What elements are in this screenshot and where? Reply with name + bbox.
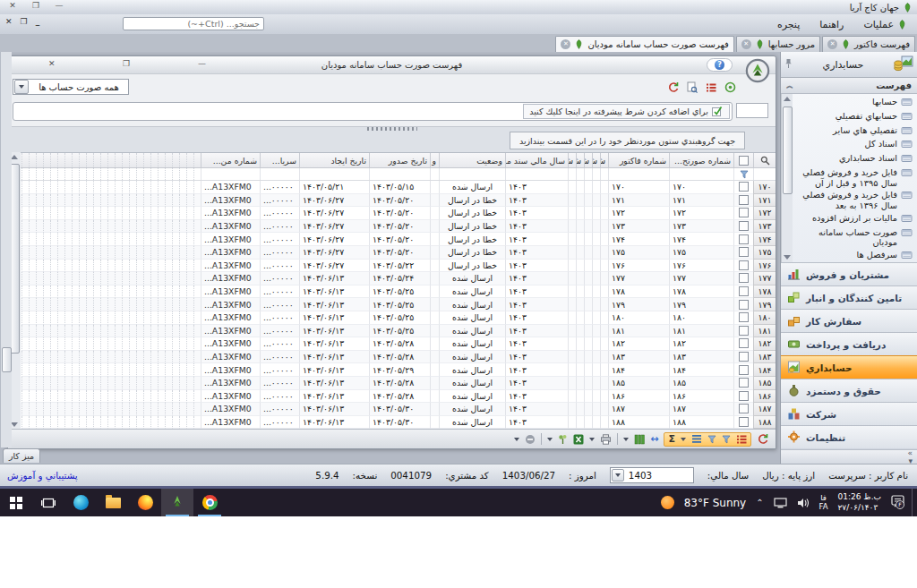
select-all-checkbox[interactable]	[739, 156, 749, 166]
network-icon[interactable]	[774, 498, 787, 508]
grid-col-header-e14[interactable]	[93, 153, 100, 167]
settings-circle-icon[interactable]	[724, 80, 736, 97]
grid-col-header-e11[interactable]	[115, 153, 122, 167]
sidebar-item-4[interactable]: اسناد كل	[795, 138, 914, 152]
preview-document-icon[interactable]	[687, 80, 698, 97]
table-row-۱۷۱[interactable]: ۱۷۱۱۷۱۱۷۱۱۴۰۳خطا در ارسال۱۴۰۳/۰۵/۲۰۱۴۰۳/…	[21, 194, 776, 208]
grid-col-header-fac[interactable]: شماره فاكتور	[608, 153, 669, 167]
weather-icon[interactable]	[661, 496, 674, 509]
sidebar-nav-payment-money[interactable]: دريافت و پرداخت	[781, 332, 917, 355]
table-row-۱۸۳[interactable]: ۱۸۳۱۸۳۱۸۳۱۴۰۳ارسال شده۱۴۰۳/۰۵/۲۸۱۴۰۳/۰۶/…	[21, 351, 776, 364]
grid-filter-cell-e7[interactable]	[143, 168, 150, 180]
grid-filter-cell-sh4[interactable]	[576, 168, 584, 180]
grid-filter-cell-e3[interactable]	[172, 168, 179, 180]
list-view-icon[interactable]	[691, 434, 702, 444]
grid-col-header-e2[interactable]	[179, 153, 186, 167]
grid-col-header-status[interactable]: وضعيت	[439, 153, 505, 167]
grid-col-header-sh1[interactable]: ش	[600, 153, 608, 167]
filter-row-icon[interactable]	[707, 435, 716, 444]
start-button[interactable]	[0, 489, 32, 516]
grid-filter-cell-e10[interactable]	[122, 168, 129, 180]
grid-filter-cell-serial[interactable]	[260, 168, 299, 180]
row-checkbox[interactable]	[739, 286, 749, 296]
mdi-scrollbar[interactable]	[0, 52, 12, 447]
grid-filter-cell-sh3[interactable]	[584, 168, 592, 180]
row-checkbox[interactable]	[739, 247, 749, 257]
mdi-restore-icon[interactable]: ❐	[21, 17, 28, 26]
view-filter-dropdown[interactable]: همه صورت حساب ها	[13, 79, 129, 95]
row-details-icon[interactable]	[736, 434, 747, 445]
mdi-minimize-icon[interactable]: _	[36, 17, 40, 26]
row-checkbox[interactable]	[739, 312, 749, 322]
grid-col-header-e1[interactable]	[186, 153, 193, 167]
row-indicator[interactable]: ۱۷۵	[753, 246, 776, 260]
table-row-۱۸۸[interactable]: ۱۸۸۱۸۸۱۸۸۱۴۰۳ارسال شده۱۴۰۳/۰۵/۳۰۱۴۰۳/۰۶/…	[21, 416, 776, 430]
row-indicator[interactable]: ۱۸۱	[753, 325, 776, 338]
fit-columns-icon[interactable]: ↔	[650, 434, 658, 444]
grid-filter-cell-e20[interactable]	[50, 168, 57, 180]
row-indicator[interactable]: ۱۷۸	[753, 285, 776, 299]
grid-col-header-created[interactable]: تاريخ ايجاد	[299, 153, 369, 167]
grid-col-header-cb[interactable]	[733, 153, 753, 167]
fiscal-year-dropdown[interactable]: 1403	[610, 467, 694, 483]
table-row-۱۷۴[interactable]: ۱۷۴۱۷۴۱۷۴۱۴۰۳خطا در ارسال۱۴۰۳/۰۵/۲۰۱۴۰۳/…	[21, 233, 776, 246]
file-explorer-button[interactable]	[97, 489, 129, 516]
grid-filter-cell-e12[interactable]	[107, 168, 115, 180]
grid-filter-cell-year[interactable]	[505, 168, 568, 180]
pin-icon[interactable]	[784, 58, 793, 72]
app-taskbar-button[interactable]	[161, 489, 193, 516]
row-checkbox[interactable]	[739, 260, 749, 270]
grid-col-header-e10[interactable]	[122, 153, 129, 167]
row-indicator[interactable]: ۱۸۸	[753, 416, 776, 430]
sidebar-item-3[interactable]: تفصيلي هاي ساير	[795, 124, 914, 139]
row-checkbox[interactable]	[739, 417, 749, 427]
row-indicator[interactable]: ۱۷۹	[753, 298, 776, 311]
dropdown-arrow-icon[interactable]	[547, 438, 553, 441]
sidebar-item-7[interactable]: فايل خريد و فروش فصلي سال ۱۳۹۶ به بعد	[795, 189, 914, 212]
table-row-۱۷۶[interactable]: ۱۷۶۱۷۶۱۷۶۱۴۰۳خطا در ارسال۱۴۰۳/۰۵/۲۲۱۴۰۳/…	[21, 260, 776, 273]
dropdown-arrow-icon[interactable]	[514, 438, 519, 441]
row-indicator[interactable]: ۱۷۷	[753, 272, 776, 285]
table-row-۱۸۲[interactable]: ۱۸۲۱۸۲۱۸۲۱۴۰۳ارسال شده۱۴۰۳/۰۵/۲۸۱۴۰۳/۰۶/…	[21, 337, 776, 351]
grid-col-header-e6[interactable]	[150, 153, 158, 167]
sidebar-nav-sales-chart[interactable]: مشتريان و فروش	[781, 262, 917, 285]
row-checkbox[interactable]	[739, 378, 749, 388]
dropdown-button[interactable]	[14, 80, 29, 94]
grid-filter-cell-w[interactable]	[430, 168, 439, 180]
action-center-button[interactable]: F	[891, 494, 904, 511]
menu-window[interactable]: پنجره	[775, 18, 802, 31]
dropdown-arrow-icon[interactable]	[623, 438, 629, 441]
row-indicator[interactable]: ۱۸۵	[753, 377, 776, 390]
grid-col-header-sh5[interactable]: ش	[568, 153, 576, 167]
grid-filter-cell-e23[interactable]	[29, 168, 36, 180]
red-list-icon[interactable]	[706, 80, 716, 97]
grid-col-header-inv[interactable]: شماره صورتح...	[669, 153, 733, 167]
row-indicator[interactable]: ۱۸۰	[753, 311, 776, 325]
inner-minimize-icon[interactable]: —	[198, 59, 206, 68]
grid-search-icon[interactable]	[753, 153, 776, 167]
row-checkbox[interactable]	[739, 221, 749, 231]
grid-col-header-taxid[interactable]: شماره من...	[201, 153, 260, 167]
sidebar-item-9[interactable]: صورت حساب سامانه موديان	[795, 226, 914, 250]
grid-col-header-e7[interactable]	[143, 153, 150, 167]
sidebar-item-2[interactable]: حسابهاي تفصيلي	[795, 110, 914, 124]
support-link[interactable]: پشتيباني و آموزش	[7, 470, 78, 481]
grid-col-header-e0[interactable]	[193, 153, 201, 167]
add-advanced-condition-button[interactable]: براي اضافه كردن شرط پيشرفته در اينجا كلي…	[523, 104, 730, 119]
table-row-۱۸۴[interactable]: ۱۸۴۱۸۴۱۸۴۱۴۰۳ارسال شده۱۴۰۳/۰۵/۲۹۱۴۰۳/۰۶/…	[21, 363, 776, 377]
firefox-button[interactable]	[129, 489, 161, 516]
sidebar-item-10[interactable]: سرفصل ها	[795, 249, 914, 262]
sidebar-nav-payroll-bag[interactable]: حقوق و دستمزد	[781, 379, 917, 402]
desktop-tab[interactable]: ميز كار	[3, 448, 40, 463]
sidebar-scrollbar[interactable]	[781, 94, 793, 262]
grid-col-header-year[interactable]: سال مالي سند مرتبط	[505, 153, 568, 167]
table-row-۱۷۳[interactable]: ۱۷۳۱۷۳۱۷۳۱۴۰۳خطا در ارسال۱۴۰۳/۰۵/۲۰۱۴۰۳/…	[21, 220, 776, 234]
grid-col-header-sh3[interactable]: ش	[584, 153, 592, 167]
grid-filter-cell-fac[interactable]	[608, 168, 669, 180]
grid-col-header-sh2[interactable]: ش	[592, 153, 600, 167]
print-icon[interactable]	[600, 434, 612, 445]
scroll-down-icon[interactable]	[784, 255, 791, 260]
grid-filter-cell-e9[interactable]	[129, 168, 136, 180]
sum-icon[interactable]: Σ	[668, 434, 675, 444]
grid-col-header-issued[interactable]: تاريخ صدور	[369, 153, 430, 167]
